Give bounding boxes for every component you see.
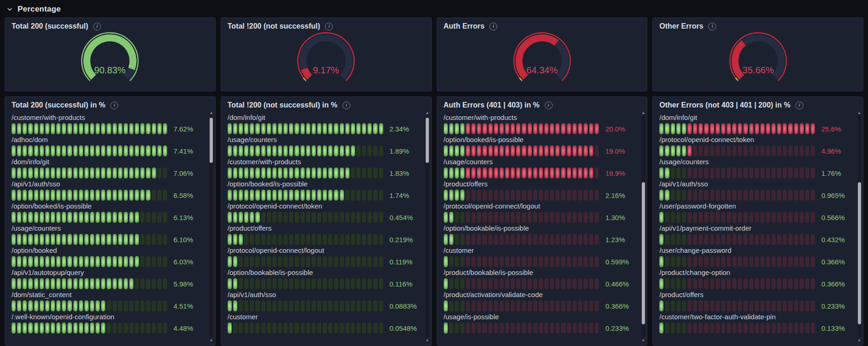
lcd-cell	[244, 212, 248, 223]
lcd-cell	[233, 123, 237, 134]
panel-title[interactable]: Auth Errors	[444, 22, 485, 30]
scroll-down-icon[interactable]: ▼	[857, 339, 861, 343]
panel-title[interactable]: Auth Errors (401 | 403) in %	[444, 101, 540, 109]
lcd-cell	[278, 167, 282, 179]
scrollbar-track[interactable]	[858, 116, 861, 338]
section-title[interactable]: Percentage	[18, 5, 61, 14]
lcd-cell	[135, 300, 139, 311]
lcd-cell	[710, 167, 714, 179]
scrollbar-thumb[interactable]	[426, 118, 429, 163]
panel-header: Auth Errors i	[437, 18, 647, 30]
lcd-cell	[283, 234, 288, 245]
info-icon[interactable]: i	[343, 101, 350, 109]
lcd-cell	[460, 167, 464, 179]
panel-title[interactable]: Total !200 (not successful) in %	[228, 101, 338, 109]
lcd-cell	[368, 322, 372, 334]
gauge: 90.83%	[5, 30, 215, 90]
lcd-bar	[12, 145, 167, 156]
lcd-cell	[340, 190, 344, 201]
route-label: /dom/static_content	[12, 291, 208, 299]
chevron-down-icon[interactable]	[6, 6, 13, 12]
bar-and-value: 5.98%	[12, 278, 208, 289]
lcd-cell	[794, 300, 798, 311]
panel-title[interactable]: Total 200 (successful) in %	[12, 101, 105, 109]
lcd-cell	[584, 123, 588, 134]
lcd-cell	[522, 278, 526, 289]
lcd-cell	[379, 322, 383, 334]
panel-title[interactable]: Total 200 (successful)	[12, 22, 88, 30]
scroll-up-icon[interactable]: ▲	[426, 111, 429, 115]
lcd-cell	[710, 190, 714, 201]
panel-title[interactable]: Other Errors	[659, 22, 703, 30]
lcd-cell	[28, 234, 32, 245]
lcd-cell	[73, 145, 78, 156]
gauge-value: 35.66%	[742, 65, 774, 75]
lcd-cell	[516, 167, 520, 179]
lcd-cell	[289, 190, 293, 201]
bar-value: 0.366%	[605, 302, 639, 310]
lcd-bar	[12, 278, 167, 289]
info-icon[interactable]: i	[325, 23, 333, 30]
lcd-cell	[306, 167, 310, 179]
scrollbar-thumb[interactable]	[858, 182, 861, 324]
scrollbar[interactable]: ▲ ▼	[856, 111, 862, 343]
lcd-cell	[152, 278, 156, 289]
lcd-cell	[272, 322, 277, 334]
lcd-cell	[272, 123, 277, 134]
info-icon[interactable]: i	[110, 101, 118, 109]
scroll-down-icon[interactable]: ▼	[210, 339, 213, 343]
lcd-cell	[283, 256, 288, 267]
lcd-cell	[379, 256, 383, 267]
lcd-cell	[444, 322, 448, 334]
lcd-cell	[283, 278, 288, 289]
lcd-cell	[23, 123, 27, 134]
route-row: /api/v1/autotopup/query 5.98%	[12, 268, 208, 289]
info-icon[interactable]: i	[93, 23, 101, 30]
lcd-cell	[118, 234, 122, 245]
lcd-cell	[250, 145, 254, 156]
info-icon[interactable]: i	[545, 101, 553, 109]
scrollbar-thumb[interactable]	[210, 118, 213, 163]
bar-and-value: 0.116%	[228, 278, 424, 289]
scrollbar-track[interactable]	[426, 116, 429, 338]
lcd-cell	[460, 145, 464, 156]
lcd-cell	[665, 234, 669, 245]
lcd-cell	[362, 212, 366, 223]
scroll-down-icon[interactable]: ▼	[426, 339, 429, 343]
info-icon[interactable]: i	[708, 23, 716, 30]
scrollbar-thumb[interactable]	[642, 182, 645, 324]
scroll-down-icon[interactable]: ▼	[641, 339, 645, 343]
lcd-cell	[505, 300, 509, 311]
lcd-cell	[488, 167, 493, 179]
scroll-up-icon[interactable]: ▲	[210, 111, 213, 115]
lcd-cell	[693, 167, 697, 179]
panel-title[interactable]: Other Errors (not 403 | 401 | 200) in %	[659, 101, 790, 109]
lcd-cell	[289, 322, 293, 334]
lcd-cell	[704, 322, 708, 334]
scrollbar[interactable]: ▲ ▼	[425, 111, 430, 343]
lcd-cell	[567, 167, 571, 179]
scroll-up-icon[interactable]: ▲	[641, 111, 645, 115]
lcd-cell	[595, 145, 599, 156]
bar-value: 0.119%	[390, 258, 424, 266]
panel-title[interactable]: Total !200 (not successful)	[228, 22, 320, 30]
lcd-cell	[693, 322, 697, 334]
lcd-cell	[301, 167, 305, 179]
scrollbar-track[interactable]	[642, 116, 645, 338]
route-row: /.well-known/openid-configuration 4.48%	[12, 313, 208, 334]
lcd-cell	[368, 167, 372, 179]
info-icon[interactable]: i	[796, 101, 803, 109]
info-icon[interactable]: i	[489, 23, 497, 30]
scrollbar[interactable]: ▲ ▼	[640, 111, 646, 343]
scrollbar[interactable]: ▲ ▼	[209, 111, 214, 343]
lcd-cell	[444, 300, 448, 311]
lcd-cell	[444, 278, 448, 289]
bar-gauge-panel: Auth Errors (401 | 403) in % i /customer…	[437, 96, 648, 346]
lcd-cell	[17, 234, 21, 245]
lcd-cell	[704, 300, 708, 311]
route-label: /customer	[228, 313, 424, 321]
lcd-cell	[500, 256, 504, 267]
scrollbar-track[interactable]	[210, 116, 213, 338]
bar-value: 7.62%	[174, 125, 208, 133]
scroll-up-icon[interactable]: ▲	[857, 111, 861, 115]
